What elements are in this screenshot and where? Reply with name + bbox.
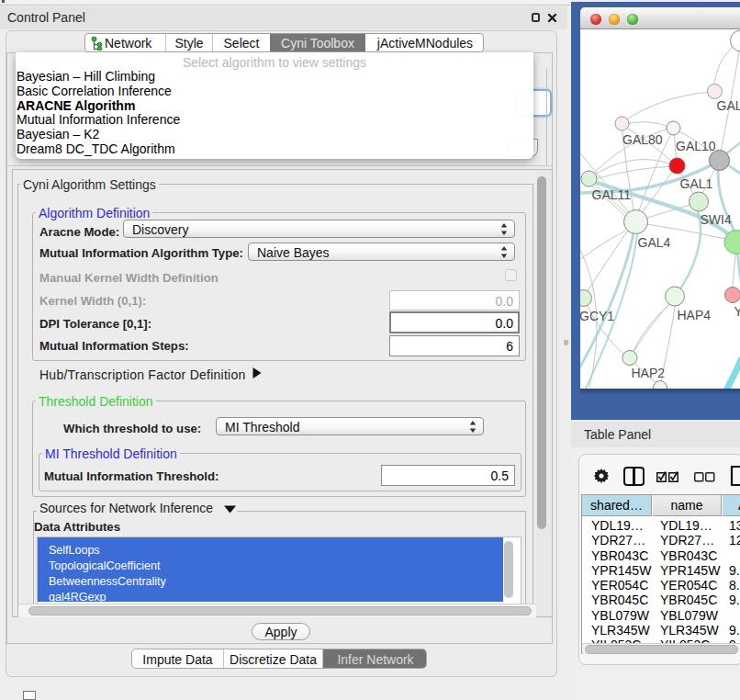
svg-text:GAL1: GAL1 — [680, 176, 713, 191]
svg-text:HAP2: HAP2 — [632, 366, 666, 380]
svg-text:GAL4: GAL4 — [638, 235, 671, 250]
svg-text:GAL80: GAL80 — [622, 132, 663, 147]
svg-text:Y: Y — [734, 304, 740, 319]
svg-text:GAL11: GAL11 — [592, 187, 632, 202]
svg-text:GAL10: GAL10 — [676, 139, 716, 153]
svg-text:GAL: GAL — [717, 98, 740, 113]
svg-text:SWI4: SWI4 — [701, 212, 732, 227]
svg-text:HAP4: HAP4 — [678, 308, 712, 322]
svg-text:GCY1: GCY1 — [580, 309, 614, 323]
